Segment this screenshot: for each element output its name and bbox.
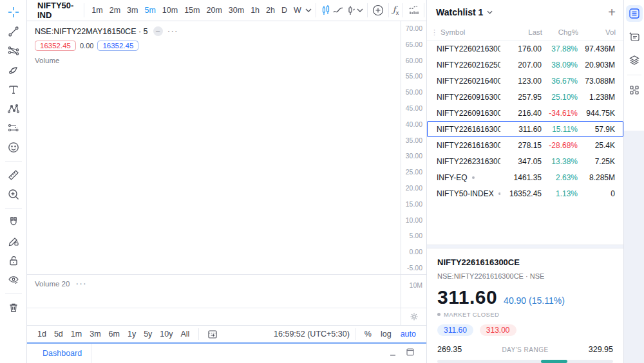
auto-scale-button[interactable]: auto bbox=[397, 328, 420, 340]
range-button[interactable]: 5y bbox=[140, 328, 156, 340]
ask-pill[interactable]: 313.00 bbox=[480, 324, 516, 336]
watchlist-row[interactable]: NIFTY2261616300PE 278.15 -28.68% 25.4K bbox=[427, 137, 623, 153]
range-button[interactable]: 10y bbox=[156, 328, 176, 340]
timeframe-button[interactable]: 1m bbox=[88, 4, 106, 17]
timeframe-button[interactable]: 1h bbox=[247, 4, 263, 17]
range-button[interactable]: 3m bbox=[86, 328, 104, 340]
row-vol: 20.903M bbox=[578, 60, 615, 70]
volume-pane-menu-icon[interactable]: ··· bbox=[76, 280, 87, 288]
range-button[interactable]: 1d bbox=[33, 328, 50, 340]
trend-line-icon[interactable] bbox=[4, 24, 23, 39]
watchlist-row[interactable]: NIFTY2260916300CE 257.95 25.10% 1.238M bbox=[427, 89, 623, 105]
range-fill bbox=[541, 360, 567, 363]
timeframe-button[interactable]: 10m bbox=[159, 4, 181, 17]
crosshair-icon[interactable] bbox=[4, 5, 23, 19]
detail-symbol-title[interactable]: NIFTY2261616300CE bbox=[437, 257, 613, 267]
add-symbol-button[interactable]: + bbox=[608, 6, 616, 19]
watchlist-panel: Watchlist 1 + ⋮ Symbol Last Chg% Vol NIF… bbox=[426, 0, 623, 363]
watchlist-row[interactable]: INFY-EQ 1461.35 2.63% 8.285M bbox=[427, 169, 623, 185]
timeframe-button[interactable]: W bbox=[290, 4, 305, 17]
session-clock[interactable]: 16:59:52 (UTC+5:30) bbox=[274, 330, 350, 339]
object-tree-icon[interactable] bbox=[626, 51, 643, 68]
indicators-fx-icon[interactable]: ƒx bbox=[393, 3, 399, 18]
watchlist-panel-icon[interactable] bbox=[626, 5, 643, 22]
watchlist-row[interactable]: NIFTY2260916300PE 216.40 -34.61% 944.75K bbox=[427, 105, 623, 121]
row-last: 216.40 bbox=[500, 109, 542, 118]
timeframe-button[interactable]: 2h bbox=[263, 4, 278, 17]
column-symbol[interactable]: Symbol bbox=[440, 28, 501, 36]
widgets-grid-icon[interactable] bbox=[626, 82, 643, 98]
legend-menu-icon[interactable]: ··· bbox=[168, 28, 179, 35]
prediction-measure-icon[interactable] bbox=[4, 121, 23, 135]
price-pane[interactable]: NSE:NIFTY22MAY16150CE · 5 – ··· 16352.45… bbox=[27, 21, 401, 275]
legend-symbol-title[interactable]: NSE:NIFTY22MAY16150CE · 5 bbox=[35, 27, 148, 36]
line-style-icon[interactable] bbox=[332, 3, 344, 18]
watchlist-row[interactable]: NIFTY2260216250CE 207.00 38.09% 20.903M bbox=[427, 57, 623, 73]
forecast-icon[interactable] bbox=[407, 3, 420, 18]
timeframe-button[interactable]: D bbox=[278, 4, 290, 17]
percent-scale-button[interactable]: % bbox=[361, 328, 375, 340]
hollow-candles-icon[interactable] bbox=[345, 3, 356, 18]
volume-pane[interactable]: Volume 20 ··· bbox=[27, 275, 401, 308]
chevron-down-icon[interactable] bbox=[305, 3, 312, 18]
timeframe-button[interactable]: 2m bbox=[106, 4, 124, 17]
column-vol[interactable]: Vol bbox=[578, 28, 616, 36]
minimize-panel-icon[interactable] bbox=[389, 348, 397, 359]
bid-pill[interactable]: 311.60 bbox=[437, 324, 473, 336]
volume-legend-label[interactable]: Volume bbox=[35, 57, 179, 64]
watchlist-row[interactable]: NIFTY2260216400CE 123.00 36.67% 73.088M bbox=[427, 73, 623, 89]
drawing-mode-lock-icon[interactable] bbox=[4, 234, 23, 248]
chevron-down-icon bbox=[487, 10, 493, 14]
column-last[interactable]: Last bbox=[501, 28, 542, 36]
hide-series-icon[interactable]: – bbox=[153, 26, 163, 36]
time-axis[interactable] bbox=[27, 308, 401, 325]
details-panel-icon[interactable] bbox=[626, 28, 643, 45]
symbol-search-button[interactable]: NIFTY50-IND bbox=[31, 1, 80, 20]
range-button[interactable]: 1m bbox=[67, 328, 86, 340]
range-button[interactable]: 1y bbox=[124, 328, 140, 340]
gann-fibonacci-icon[interactable] bbox=[4, 44, 23, 58]
axis-settings-gear-icon[interactable] bbox=[401, 308, 426, 325]
brush-icon[interactable] bbox=[4, 63, 23, 77]
candles-style-icon[interactable] bbox=[320, 3, 332, 18]
zoom-in-icon[interactable] bbox=[4, 187, 23, 201]
watchlist-row[interactable]: NIFTY50-INDEX 16352.45 1.13% 0 bbox=[427, 185, 623, 201]
timeframe-button[interactable]: 30m bbox=[225, 4, 247, 17]
chevron-down-icon[interactable] bbox=[357, 3, 363, 18]
magnet-icon[interactable] bbox=[4, 215, 23, 229]
timeframe-button[interactable]: 3m bbox=[124, 4, 141, 17]
ruler-icon[interactable] bbox=[4, 168, 23, 182]
column-chg[interactable]: Chg% bbox=[542, 28, 578, 36]
price-tick: 50.00 bbox=[406, 88, 422, 96]
timeframe-button[interactable]: 15m bbox=[181, 4, 203, 17]
hide-drawings-icon[interactable] bbox=[4, 273, 23, 287]
range-button[interactable]: 5d bbox=[50, 328, 67, 340]
go-to-date-icon[interactable] bbox=[204, 326, 221, 342]
chart-plot-area[interactable]: NSE:NIFTY22MAY16150CE · 5 – ··· 16352.45… bbox=[27, 21, 401, 325]
price-tick: 65.00 bbox=[406, 41, 422, 48]
pattern-icon[interactable] bbox=[4, 102, 23, 116]
drag-handle-icon[interactable]: ⋮ bbox=[431, 28, 438, 37]
timeframe-button[interactable]: 5m bbox=[141, 4, 158, 17]
row-chg: -28.68% bbox=[542, 141, 578, 150]
maximize-panel-icon[interactable] bbox=[406, 348, 415, 359]
emoji-icon[interactable] bbox=[4, 140, 23, 154]
watchlist-row[interactable]: NIFTY2260216300CE 176.00 37.88% 97.436M bbox=[427, 41, 623, 57]
timeframe-button[interactable]: 20m bbox=[204, 4, 225, 17]
watchlist-title-dropdown[interactable]: Watchlist 1 bbox=[436, 7, 493, 17]
symbol-detail-panel: NIFTY2261616300CE NSE:NIFTY2261616300CE … bbox=[427, 248, 623, 363]
range-button[interactable]: All bbox=[177, 328, 194, 340]
dashboard-tab[interactable]: Dashboard bbox=[33, 344, 91, 363]
lock-all-icon[interactable] bbox=[4, 254, 23, 268]
compare-add-icon[interactable] bbox=[372, 3, 384, 18]
range-button[interactable]: 6m bbox=[105, 328, 124, 340]
row-chg: 36.67% bbox=[542, 77, 578, 86]
watchlist-row[interactable]: NIFTY2262316300CE 347.05 13.38% 7.25K bbox=[427, 153, 623, 169]
text-tool-icon[interactable] bbox=[4, 82, 23, 97]
flag-dot-icon[interactable] bbox=[472, 176, 475, 179]
remove-drawings-icon[interactable] bbox=[4, 301, 23, 315]
price-axis[interactable]: 70.0065.0060.0055.0050.0045.0040.0035.00… bbox=[401, 21, 426, 325]
watchlist-row[interactable]: NIFTY2261616300CE 311.60 15.11% 57.9K bbox=[427, 121, 623, 137]
log-scale-button[interactable]: log bbox=[377, 328, 395, 340]
volume-pane-label[interactable]: Volume 20 bbox=[35, 280, 70, 288]
